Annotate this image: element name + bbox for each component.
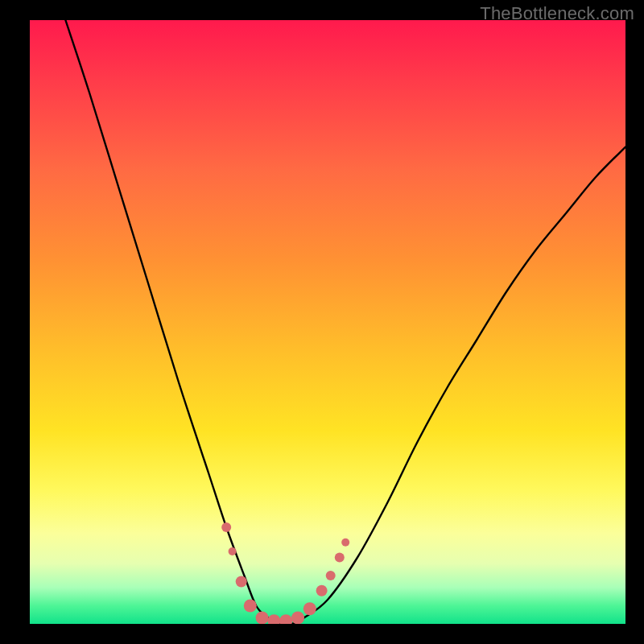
- curve-marker: [221, 522, 231, 532]
- chart-frame: TheBottleneck.com: [0, 0, 644, 644]
- chart-svg: [30, 20, 625, 624]
- curve-marker: [335, 553, 345, 563]
- curve-marker: [256, 612, 269, 625]
- curve-marker: [326, 571, 336, 580]
- curve-marker: [341, 539, 349, 547]
- curve-marker: [303, 602, 316, 615]
- curve-markers: [221, 522, 349, 624]
- curve-marker: [229, 547, 237, 555]
- curve-marker: [236, 576, 247, 588]
- bottleneck-curve: [65, 20, 625, 624]
- curve-marker: [244, 600, 257, 613]
- curve-marker: [267, 614, 280, 624]
- watermark-text: TheBottleneck.com: [480, 3, 634, 24]
- curve-marker: [291, 612, 304, 625]
- curve-marker: [279, 614, 292, 624]
- curve-marker: [316, 585, 328, 597]
- chart-plot-area: [30, 20, 625, 624]
